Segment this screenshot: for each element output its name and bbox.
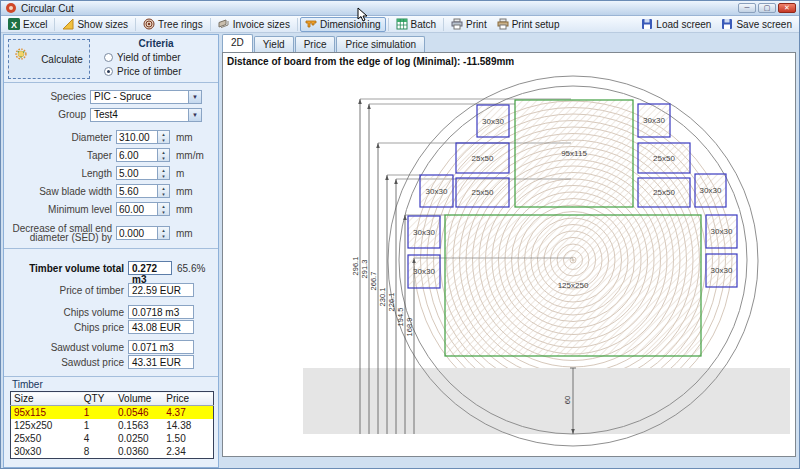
toolbar-button-dimensioning[interactable]: Dimensioning — [300, 17, 386, 32]
window-title: Circular Cut — [21, 3, 74, 14]
board-label: 95x115 — [561, 149, 587, 158]
parameters-section: Species PIC - Spruce ▼ Group Test4 ▼ Dia… — [4, 83, 218, 249]
sed-unit: mm — [176, 228, 193, 239]
saw-blade-width-input[interactable]: 5.60 — [116, 184, 158, 198]
table-row[interactable]: 125x250 1 0.1563 14.38 — [11, 419, 214, 432]
minimum-level-label: Minimum level — [4, 204, 116, 215]
close-button[interactable]: ✕ — [778, 3, 796, 13]
price-of-timber-label: Price of timber — [4, 285, 128, 296]
floppy-disk-icon — [641, 18, 653, 30]
toolbar-button-print-setup[interactable]: Print setup — [492, 17, 565, 32]
board-label: 30x30 — [413, 228, 435, 237]
dimension-label: 266.7 — [369, 272, 378, 291]
toolbar-separator — [210, 18, 211, 31]
app-icon — [5, 2, 17, 14]
diameter-input[interactable]: 310.00 — [116, 130, 158, 144]
board-label: 30x30 — [700, 186, 722, 195]
dimension-arrow — [394, 179, 398, 184]
radio-yield-of-timber[interactable]: Yield of timber — [104, 52, 214, 63]
chevron-down-icon: ▼ — [188, 109, 201, 121]
tab-price[interactable]: Price — [295, 36, 336, 52]
toolbar-button-load-screen[interactable]: Load screen — [636, 17, 716, 32]
chips-price-label: Chips price — [4, 322, 128, 333]
radio-price-of-timber[interactable]: Price of timber — [104, 66, 214, 77]
length-spinner[interactable]: ▴▾ — [158, 166, 170, 180]
printer-setup-icon — [497, 18, 509, 30]
radio-selected-icon — [104, 67, 113, 76]
cell-size: 25x50 — [11, 432, 81, 445]
printer-icon — [451, 18, 463, 30]
ruler-triangle-icon — [62, 18, 74, 30]
group-value: Test4 — [91, 109, 188, 120]
chips-price-value: 43.08 EUR — [128, 320, 194, 334]
caliper-icon — [305, 18, 317, 30]
toolbar-button-invoice-sizes[interactable]: Invoice sizes — [213, 17, 295, 32]
col-size[interactable]: Size — [11, 392, 81, 406]
length-input[interactable]: 5.00 — [116, 166, 158, 180]
cell-qty: 1 — [81, 406, 115, 420]
toolbar-button-save-screen[interactable]: Save screen — [716, 17, 797, 32]
calculate-button[interactable]: Calculate — [8, 39, 90, 79]
toolbar-button-tree-rings[interactable]: Tree rings — [138, 17, 208, 32]
tab-2d[interactable]: 2D — [222, 34, 253, 52]
dimension-label: 168.9 — [405, 318, 414, 337]
cell-price: 2.34 — [163, 445, 213, 459]
taper-input[interactable]: 6.00 — [116, 148, 158, 162]
maximize-button[interactable]: ▢ — [758, 3, 776, 13]
saw-blade-width-spinner[interactable]: ▴▾ — [158, 184, 170, 198]
species-select[interactable]: PIC - Spruce ▼ — [90, 90, 202, 104]
dimension-arrow — [358, 99, 362, 104]
sed-input[interactable]: 0.000 — [116, 226, 158, 240]
toolbar-separator — [388, 18, 389, 31]
radio-label: Yield of timber — [117, 52, 181, 63]
length-label: Length — [4, 168, 116, 179]
minimum-level-spinner[interactable]: ▴▾ — [158, 202, 170, 216]
toolbar-label: Invoice sizes — [233, 19, 290, 30]
sawdust-price-value: 43.31 EUR — [128, 355, 194, 369]
spin-down-icon: ▾ — [158, 155, 169, 161]
diameter-spinner[interactable]: ▴▾ — [158, 130, 170, 144]
table-row[interactable]: 25x50 4 0.0250 1.50 — [11, 432, 214, 445]
toolbar-button-print[interactable]: Print — [446, 17, 492, 32]
col-qty[interactable]: QTY — [81, 392, 115, 406]
col-volume[interactable]: Volume — [115, 392, 163, 406]
minimum-level-label: 60 — [563, 396, 572, 404]
distance-status-text: Distance of board from the edge of log (… — [227, 56, 514, 67]
toolbar: X Excel Show sizes Tree rings Invoice si… — [1, 16, 799, 33]
title-bar: Circular Cut ─ ▢ ✕ — [1, 1, 799, 16]
table-grid-icon — [396, 18, 408, 30]
group-label: Group — [4, 109, 90, 120]
price-of-timber-value: 22.59 EUR — [128, 283, 194, 297]
sed-label: Decrease of small end diameter (SED) by — [4, 224, 116, 242]
tab-yield[interactable]: Yield — [254, 36, 294, 52]
taper-spinner[interactable]: ▴▾ — [158, 148, 170, 162]
toolbar-label: Print setup — [512, 19, 560, 30]
toolbar-label: Save screen — [736, 19, 792, 30]
sawdust-volume-value: 0.071 m3 — [128, 340, 194, 354]
species-label: Species — [4, 91, 90, 102]
tab-price-simulation[interactable]: Price simulation — [336, 36, 425, 52]
col-price[interactable]: Price — [163, 392, 213, 406]
calculate-label: Calculate — [41, 54, 83, 65]
diameter-unit: mm — [176, 132, 193, 143]
spin-down-icon: ▾ — [158, 173, 169, 179]
group-select[interactable]: Test4 ▼ — [90, 108, 202, 122]
spin-down-icon: ▾ — [158, 191, 169, 197]
toolbar-label: Tree rings — [158, 19, 203, 30]
species-value: PIC - Spruce — [91, 91, 188, 102]
minimum-level-unit: mm — [176, 204, 193, 215]
minimum-level-input[interactable]: 60.00 — [116, 202, 158, 216]
sed-spinner[interactable]: ▴▾ — [158, 226, 170, 240]
toolbar-button-excel[interactable]: X Excel — [3, 17, 52, 32]
toolbar-button-batch[interactable]: Batch — [391, 17, 442, 32]
table-row[interactable]: 95x115 1 0.0546 4.37 — [11, 406, 214, 420]
board-label: 30x30 — [413, 267, 435, 276]
table-row[interactable]: 30x30 8 0.0360 2.34 — [11, 445, 214, 459]
minimize-button[interactable]: ─ — [738, 3, 756, 13]
toolbar-button-show-sizes[interactable]: Show sizes — [57, 17, 133, 32]
criteria-section: Calculate Criteria Yield of timber Price… — [4, 35, 218, 83]
sawdust-price-label: Sawdust price — [4, 357, 128, 368]
timber-table-header: Size QTY Volume Price — [11, 392, 214, 406]
taper-label: Taper — [4, 150, 116, 161]
dimension-arrow — [403, 215, 407, 220]
